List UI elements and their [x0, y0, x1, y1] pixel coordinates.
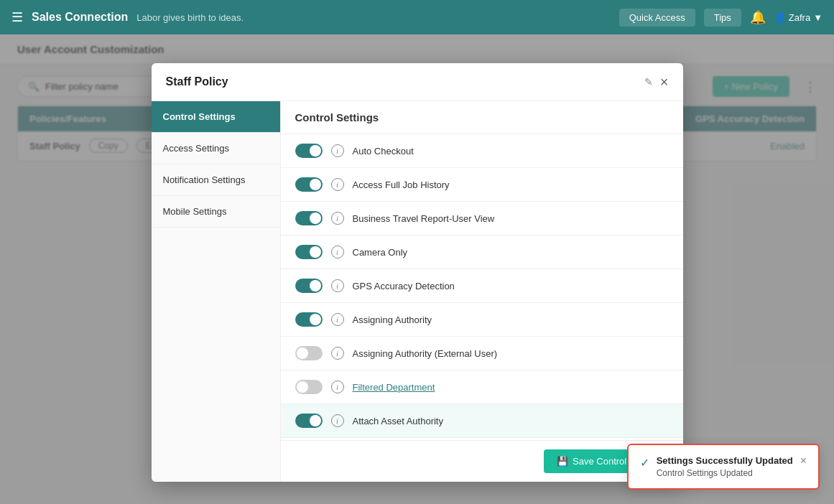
toast-title: Settings Successfully Updated: [657, 455, 793, 466]
modal-body: Control Settings Access Settings Notific…: [152, 101, 683, 482]
toggle-gps-accuracy-detection[interactable]: [295, 279, 323, 293]
toggle-assigning-authority[interactable]: [295, 312, 323, 327]
info-camera-only[interactable]: i: [331, 246, 344, 258]
setting-gps-accuracy-detection: i GPS Accuracy Detection: [281, 269, 683, 303]
settings-list: i Auto Checkout i Access Full Job Histor…: [281, 134, 683, 440]
label-access-full-job-history: Access Full Job History: [353, 179, 450, 190]
menu-icon[interactable]: ☰: [11, 9, 23, 25]
control-settings-header: Control Settings: [281, 101, 683, 134]
info-filtered-department[interactable]: i: [331, 381, 344, 393]
toggle-attach-asset-authority[interactable]: [295, 414, 323, 428]
page-background: User Account Customization 🔍 Filter poli…: [0, 34, 834, 504]
sidebar-item-notification[interactable]: Notification Settings: [152, 164, 280, 196]
setting-assigning-authority-external: i Assigning Authority (External User): [281, 337, 683, 370]
toast-close-button[interactable]: ×: [800, 455, 807, 467]
modal-footer: 💾 Save Control S 10: [281, 440, 683, 482]
setting-access-full-job-history: i Access Full Job History: [281, 168, 683, 202]
info-gps-accuracy-detection[interactable]: i: [331, 279, 344, 292]
modal-close-button[interactable]: ×: [660, 75, 669, 89]
modal-dialog: Staff Policy ✎ × Control Settings Access…: [152, 63, 683, 482]
modal-title: Staff Policy: [166, 75, 637, 88]
label-camera-only: Camera Only: [353, 247, 408, 258]
modal-header: Staff Policy ✎ ×: [152, 63, 683, 101]
label-attach-asset-authority: Attach Asset Authority: [353, 416, 443, 426]
brand-name: Sales Connection: [32, 11, 128, 24]
toggle-assigning-authority-external[interactable]: [295, 346, 323, 360]
toggle-auto-checkout[interactable]: [295, 144, 323, 158]
save-btn-label: Save Control S: [573, 456, 635, 467]
setting-camera-only: i Camera Only: [281, 235, 683, 269]
sidebar-item-mobile[interactable]: Mobile Settings: [152, 196, 280, 228]
label-assigning-authority: Assigning Authority: [353, 314, 432, 325]
sidebar-item-control[interactable]: Control Settings: [152, 101, 280, 133]
info-assigning-authority-external[interactable]: i: [331, 347, 344, 360]
info-attach-asset-authority[interactable]: i: [331, 414, 344, 427]
setting-filtered-department: i Filtered Department: [281, 370, 683, 404]
label-auto-checkout: Auto Checkout: [353, 146, 414, 157]
edit-title-icon[interactable]: ✎: [644, 76, 653, 88]
user-menu[interactable]: 👤 Zafra ▼: [774, 12, 823, 23]
tips-button[interactable]: Tips: [704, 9, 741, 27]
notifications-icon[interactable]: 🔔: [750, 9, 766, 25]
toggle-camera-only[interactable]: [295, 245, 323, 259]
toast-notification: ✓ Settings Successfully Updated Control …: [627, 444, 820, 490]
info-access-full-job-history[interactable]: i: [331, 178, 344, 191]
toggle-access-full-job-history[interactable]: [295, 177, 323, 192]
setting-business-travel-report: i Business Travel Report-User View: [281, 202, 683, 235]
tagline: Labor gives birth to ideas.: [136, 12, 610, 23]
toast-check-icon: ✓: [640, 456, 649, 470]
user-name: Zafra: [789, 12, 810, 23]
toggle-business-travel-report[interactable]: [295, 211, 323, 225]
label-gps-accuracy-detection: GPS Accuracy Detection: [353, 281, 455, 291]
navbar-actions: Quick Access Tips 🔔 👤 Zafra ▼: [619, 9, 823, 27]
save-icon: 💾: [557, 456, 568, 467]
user-icon: 👤: [774, 12, 786, 23]
setting-assigning-authority: i Assigning Authority: [281, 303, 683, 337]
label-business-travel-report: Business Travel Report-User View: [353, 213, 495, 224]
label-assigning-authority-external: Assigning Authority (External User): [353, 348, 498, 359]
navbar: ☰ Sales Connection Labor gives birth to …: [0, 0, 834, 34]
toggle-filtered-department[interactable]: [295, 380, 323, 394]
modal-sidebar: Control Settings Access Settings Notific…: [152, 101, 281, 482]
toast-content: Settings Successfully Updated Control Se…: [657, 455, 793, 478]
modal-main: Control Settings i Auto Checkout i Acces…: [281, 101, 683, 482]
setting-auto-checkout: i Auto Checkout: [281, 134, 683, 168]
info-business-travel-report[interactable]: i: [331, 212, 344, 225]
toast-subtitle: Control Settings Updated: [657, 468, 793, 478]
quick-access-button[interactable]: Quick Access: [619, 9, 695, 27]
label-filtered-department[interactable]: Filtered Department: [353, 382, 435, 393]
info-auto-checkout[interactable]: i: [331, 144, 344, 157]
info-assigning-authority[interactable]: i: [331, 313, 344, 326]
user-chevron-icon: ▼: [813, 12, 823, 23]
sidebar-item-access[interactable]: Access Settings: [152, 133, 280, 164]
setting-attach-asset-authority: i Attach Asset Authority: [281, 404, 683, 438]
